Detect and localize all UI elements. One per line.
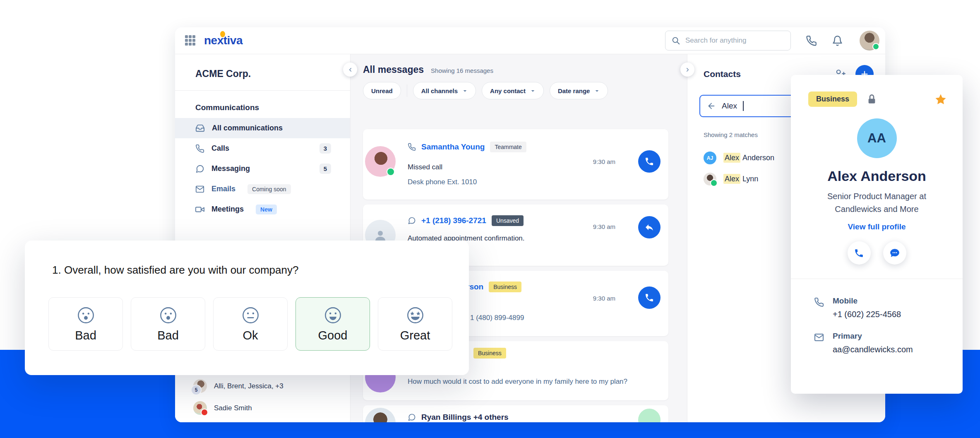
- sidebar-item-messaging[interactable]: Messaging 5: [175, 159, 350, 179]
- contact-role: Senior Product Manager at Candlewicks an…: [791, 190, 963, 216]
- group-count-badge: 5: [191, 385, 202, 395]
- matched-text: Alex: [723, 153, 740, 163]
- phone-icon: [195, 144, 204, 153]
- sidebar-item-label: Emails: [211, 185, 235, 193]
- sender-name[interactable]: Ryan Billings +4 others: [421, 413, 509, 422]
- collapse-sidebar-button[interactable]: [343, 63, 357, 77]
- reply-button[interactable]: [638, 216, 661, 238]
- survey-option-ok[interactable]: Ok: [213, 297, 288, 351]
- sidebar-item-meetings[interactable]: Meetings New: [175, 199, 350, 219]
- survey-option-bad-2[interactable]: Bad: [131, 297, 205, 351]
- sender-number-link[interactable]: +1 (218) 396-2721: [421, 216, 486, 225]
- message-time: 9:30 am: [593, 223, 615, 230]
- email-field-value: aa@candlewicks.com: [833, 345, 913, 354]
- sender-name-link[interactable]: Samantha Young: [421, 142, 485, 152]
- email-field-label: Primary: [833, 332, 913, 341]
- favorite-star-icon[interactable]: [934, 93, 947, 106]
- group-avatar: 5: [193, 379, 207, 393]
- busy-status-dot: [201, 409, 208, 416]
- accept-button[interactable]: [638, 409, 661, 422]
- option-label: Great: [400, 329, 430, 342]
- sad-face-icon: [76, 306, 96, 325]
- message-card-ryan[interactable]: Ryan Billings +4 others: [363, 405, 668, 422]
- satisfaction-survey: 1. Overall, how satisfied are you with o…: [25, 241, 469, 375]
- nextiva-logo: nextiva: [204, 34, 243, 47]
- message-line1: 1 (480) 899-4899: [470, 314, 524, 322]
- contact-card-top-row: Business: [791, 75, 963, 107]
- message-contact-button[interactable]: [883, 241, 906, 265]
- message-time: 9:30 am: [593, 295, 615, 302]
- filter-contact-dropdown[interactable]: Any contact: [482, 82, 544, 99]
- video-camera-icon: [195, 205, 204, 214]
- phone-icon[interactable]: [806, 35, 817, 46]
- search-query-text: Alex: [722, 101, 737, 111]
- phone-filled-icon: [854, 248, 864, 258]
- online-status-dot: [872, 43, 879, 50]
- contact-avatar: AA: [857, 118, 897, 158]
- search-input[interactable]: [685, 36, 785, 45]
- online-status-dot: [710, 179, 718, 187]
- chevron-down-icon: [530, 88, 536, 94]
- messages-title: All messages: [363, 64, 424, 75]
- app-header: nextiva: [175, 27, 885, 54]
- star-struck-face-icon: [406, 306, 425, 325]
- view-full-profile-link[interactable]: View full profile: [791, 222, 963, 231]
- avatar-initials: AA: [867, 131, 886, 146]
- sidebar-item-emails[interactable]: Emails Coming soon: [175, 179, 350, 199]
- role-line1: Senior Product Manager at: [791, 190, 963, 203]
- sidebar-divider: [175, 90, 350, 91]
- avatar-initials: AJ: [707, 155, 713, 161]
- business-badge: Business: [808, 91, 857, 107]
- reply-icon: [644, 222, 654, 232]
- lock-icon: [866, 94, 877, 105]
- filter-channels-dropdown[interactable]: All channels: [413, 82, 476, 99]
- recent-conversation-group[interactable]: 5 Alli, Brent, Jessica, +3: [193, 379, 283, 393]
- recent-conversation-label: Alli, Brent, Jessica, +3: [214, 382, 283, 390]
- message-line2: Desk phone Ext. 1010: [408, 178, 477, 186]
- back-arrow-icon[interactable]: [707, 101, 716, 111]
- photo-avatar: [704, 173, 716, 185]
- contact-details: Mobile +1 (602) 225-4568 Primary aa@cand…: [791, 279, 963, 354]
- sidebar-section-title: Communications: [195, 103, 350, 112]
- contact-name: AlexAnderson: [723, 154, 774, 162]
- survey-option-great[interactable]: Great: [378, 297, 452, 351]
- chevron-down-icon: [462, 88, 468, 94]
- phone-icon: [814, 296, 824, 307]
- recent-conversation-label: Sadie Smith: [214, 404, 252, 412]
- teammate-badge: Teammate: [490, 142, 526, 152]
- global-search[interactable]: [665, 31, 791, 51]
- chevron-left-icon: [347, 67, 353, 73]
- inbox-icon: [195, 123, 205, 133]
- message-header-row: Business: [473, 348, 506, 359]
- avatar: [193, 401, 207, 415]
- message-header-row: Ryan Billings +4 others: [408, 413, 509, 422]
- app-launcher-grid-icon[interactable]: [185, 35, 196, 46]
- phone-filled-icon: [644, 156, 654, 166]
- filter-label: Any contact: [490, 87, 526, 94]
- contact-name: AlexLynn: [723, 175, 758, 183]
- call-back-button[interactable]: [638, 150, 661, 173]
- message-header-row: rson Business: [466, 282, 521, 292]
- sidebar-item-label: Messaging: [211, 164, 250, 173]
- logo-orange-dot: [220, 31, 225, 37]
- filter-unread[interactable]: Unread: [363, 82, 401, 99]
- call-back-button[interactable]: [638, 286, 661, 309]
- sidebar-item-label: All communications: [212, 124, 283, 132]
- message-header-row: +1 (218) 396-2721 Unsaved: [408, 215, 524, 226]
- option-label: Bad: [157, 329, 179, 342]
- filter-daterange-dropdown[interactable]: Date range: [550, 82, 608, 99]
- user-avatar[interactable]: [860, 31, 879, 51]
- message-card-samantha[interactable]: Samantha Young Teammate Missed call Desk…: [363, 129, 668, 200]
- collapse-contacts-button[interactable]: [680, 63, 694, 77]
- sms-icon: [408, 217, 416, 225]
- recent-conversation-sadie[interactable]: Sadie Smith: [193, 401, 252, 415]
- survey-option-bad-1[interactable]: Bad: [48, 297, 123, 351]
- sidebar-item-calls[interactable]: Calls 3: [175, 138, 350, 159]
- sender-name-partial[interactable]: rson: [466, 282, 483, 291]
- bell-icon[interactable]: [832, 35, 843, 46]
- sidebar-item-all-communications[interactable]: All communications: [175, 118, 350, 138]
- call-contact-button[interactable]: [848, 241, 871, 265]
- survey-option-good-selected[interactable]: Good: [295, 297, 370, 351]
- phone-filled-icon: [644, 293, 654, 303]
- envelope-icon: [814, 332, 824, 342]
